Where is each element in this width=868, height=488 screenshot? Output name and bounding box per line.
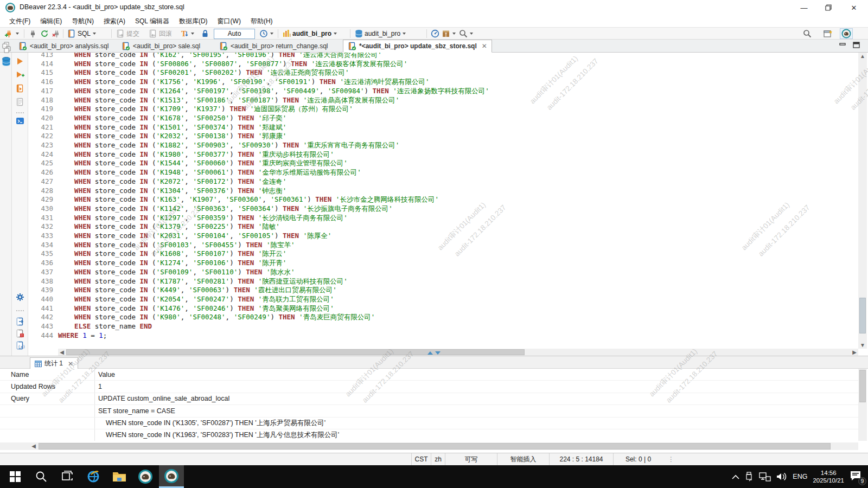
commit-button[interactable]: 提交 (115, 28, 141, 39)
execute-statement-icon[interactable] (16, 57, 25, 66)
scroll-right-icon[interactable]: ▶ (851, 349, 858, 356)
dropdown-caret-icon[interactable] (334, 33, 337, 35)
menu-item-5[interactable]: 数据库(D) (174, 15, 213, 28)
res-vscroll-thumb[interactable] (859, 370, 866, 402)
editor-tab-4[interactable]: *<audit_bi_pro> update_sbz_store.sql✕ (343, 40, 492, 53)
sash-down-icon[interactable] (435, 351, 441, 355)
menu-item-7[interactable]: 帮助(H) (246, 15, 278, 28)
restore-view-icon[interactable] (4, 46, 11, 53)
results-hscrollbar[interactable]: ◀ (0, 442, 858, 450)
menu-item-1[interactable]: 编辑(E) (35, 15, 67, 28)
dropdown-caret-icon[interactable] (270, 33, 273, 35)
invalidate-connection-button[interactable] (39, 28, 50, 39)
execution-timeout-button[interactable] (258, 28, 275, 39)
status-more-dots[interactable]: ⋮ (667, 453, 675, 465)
scroll-left-icon[interactable]: ◀ (58, 349, 66, 356)
dropdown-caret-icon[interactable] (93, 33, 96, 35)
dropdown-caret-icon[interactable] (16, 33, 19, 35)
dropdown-caret-icon[interactable] (191, 33, 194, 35)
results-tab-close-icon[interactable]: ✕ (68, 360, 73, 368)
dropdown-caret-icon[interactable] (470, 33, 473, 35)
transaction-log-button[interactable]: T (179, 28, 195, 39)
restore-button[interactable] (816, 0, 840, 15)
editor-hscrollbar[interactable]: ◀ ▶ (58, 349, 858, 356)
minimize-panel-icon[interactable] (839, 43, 846, 49)
lock-button[interactable] (200, 28, 210, 39)
res-hscroll-thumb[interactable] (39, 443, 831, 450)
scroll-down-icon[interactable]: ▼ (858, 342, 867, 349)
status-segment-0[interactable]: CST (411, 453, 431, 465)
explain-plan-icon[interactable] (16, 98, 25, 106)
dbeaver-perspective-button[interactable] (840, 28, 853, 39)
result-row-4[interactable]: WHEN store_code IN ('K1963', 'SF00283') … (0, 429, 858, 441)
taskbar-search-button[interactable] (29, 465, 54, 488)
task-view-button[interactable] (55, 465, 80, 488)
scroll-up-icon[interactable]: ▲ (858, 53, 867, 60)
notification-center[interactable]: 9 (850, 470, 864, 483)
dashboard-button[interactable] (430, 28, 441, 39)
schema-selector[interactable]: audit_bi_pro (354, 28, 407, 39)
dropdown-caret-icon[interactable] (452, 33, 456, 35)
deploy-button[interactable] (441, 28, 457, 39)
file-explorer-button[interactable] (107, 465, 132, 488)
menu-item-3[interactable]: 搜索(A) (99, 15, 130, 28)
file-error-icon[interactable]: ! (16, 329, 25, 338)
quick-search-button[interactable] (802, 28, 813, 39)
editor-vscrollbar[interactable]: ▲ ▼ (858, 53, 867, 349)
tab-close-icon[interactable]: ✕ (482, 42, 487, 50)
menu-item-0[interactable]: 文件(F) (4, 15, 35, 28)
status-segment-4[interactable]: 224 : 5 : 14184 (549, 453, 613, 465)
commit-mode-combo[interactable]: Auto (213, 28, 256, 39)
taskbar-clock[interactable]: 14:56 2025/10/21 (813, 469, 844, 484)
sql-editor-button[interactable]: SQL (66, 28, 97, 39)
export-result-icon[interactable] (16, 317, 25, 326)
vscroll-thumb[interactable] (859, 298, 866, 333)
res-scroll-left-icon[interactable]: ◀ (30, 442, 37, 450)
editor-tab-1[interactable]: <audit_bi_pro> analysis.sql (14, 40, 113, 53)
menu-item-2[interactable]: 导航(N) (67, 15, 99, 28)
column-header-name[interactable]: Name (0, 369, 95, 380)
execute-script-icon[interactable] (16, 84, 25, 93)
connection-selector[interactable]: audit_bi_pro (281, 28, 338, 39)
close-button[interactable]: ✕ (842, 0, 866, 15)
new-connection-button[interactable] (3, 28, 20, 39)
speaker-icon[interactable] (776, 472, 787, 481)
network-icon[interactable] (759, 472, 771, 481)
sash-up-icon[interactable] (427, 351, 433, 355)
status-segment-3[interactable]: 智能插入 (497, 453, 549, 465)
tab-statistics[interactable]: 统计 1 ✕ (30, 357, 78, 369)
tray-expand-icon[interactable] (732, 474, 739, 479)
dbeaver-taskbar-button[interactable] (133, 465, 158, 488)
status-segment-5[interactable]: Sel: 0 | 0 (613, 453, 663, 465)
dbeaver-taskbar-button-active[interactable] (159, 465, 184, 488)
status-segment-2[interactable]: 可写 (445, 453, 497, 465)
result-row-3[interactable]: WHEN store_code IN ('K1305', 'SF00287') … (0, 418, 858, 429)
internet-explorer-button[interactable] (81, 465, 106, 488)
input-language[interactable]: ENG (793, 473, 807, 480)
result-row-1[interactable]: QueryUPDATE custom_online_sale_abroad_lo… (0, 393, 858, 405)
menu-item-4[interactable]: SQL 编辑器 (130, 15, 174, 28)
maximize-panel-icon[interactable] (853, 42, 860, 49)
execute-new-tab-icon[interactable] (16, 70, 25, 79)
minimize-button[interactable]: — (792, 0, 816, 15)
settings-gear-icon[interactable] (16, 293, 25, 301)
auto-commit-combo[interactable]: Auto (214, 29, 255, 39)
editor-tab-3[interactable]: <audit_bi_pro> return_change.sql (215, 40, 332, 53)
menu-item-6[interactable]: 窗口(W) (213, 15, 246, 28)
perspective-button[interactable] (822, 28, 834, 39)
editor-tab-2[interactable]: <audit_bi_pro> sale.sql (117, 40, 205, 53)
sash-controls[interactable] (427, 351, 441, 355)
search-button[interactable] (458, 28, 474, 39)
connect-button[interactable] (27, 28, 38, 39)
rollback-button[interactable]: 回滚 (148, 28, 173, 39)
status-segment-1[interactable]: zh (431, 453, 445, 465)
column-header-value[interactable]: Value (95, 371, 115, 378)
hscroll-thumb[interactable] (66, 349, 525, 355)
terminal-icon[interactable] (16, 117, 25, 125)
variables-icon[interactable]: (x) (16, 341, 25, 350)
sql-editor[interactable]: WHEN store_code IN ('K162', 'SF00195', '… (58, 53, 858, 349)
disconnect-button[interactable] (51, 28, 62, 39)
dropdown-caret-icon[interactable] (403, 33, 406, 35)
result-row-2[interactable]: SET store_name = CASE (0, 405, 858, 417)
results-vscrollbar[interactable] (858, 369, 867, 441)
